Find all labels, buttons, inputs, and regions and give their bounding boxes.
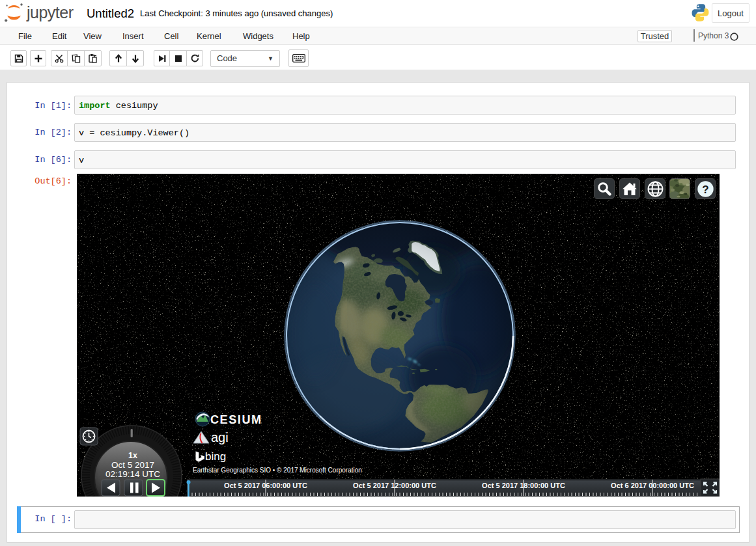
svg-text:Oct 5 2017 06:00:00 UTC: Oct 5 2017 06:00:00 UTC (224, 482, 307, 489)
svg-text:Earthstar Geographics SIO • ©: Earthstar Geographics SIO • © 2017 Micro… (193, 467, 362, 474)
svg-text:Oct 5 2017 18:00:00 UTC: Oct 5 2017 18:00:00 UTC (482, 482, 565, 489)
svg-text:Oct 5 2017 12:00:00 UTC: Oct 5 2017 12:00:00 UTC (353, 482, 436, 489)
svg-text:Oct 6 2017 00:00:00 UTC: Oct 6 2017 00:00:00 UTC (611, 482, 694, 489)
svg-text:02:19:14 UTC: 02:19:14 UTC (105, 469, 160, 479)
svg-text:Oct 5 2017: Oct 5 2017 (111, 460, 154, 470)
svg-text:bing: bing (205, 450, 226, 463)
svg-text:1x: 1x (128, 451, 137, 460)
svg-text:agi: agi (211, 430, 229, 444)
svg-text:?: ? (702, 183, 708, 195)
svg-text:CESIUM: CESIUM (210, 413, 262, 426)
